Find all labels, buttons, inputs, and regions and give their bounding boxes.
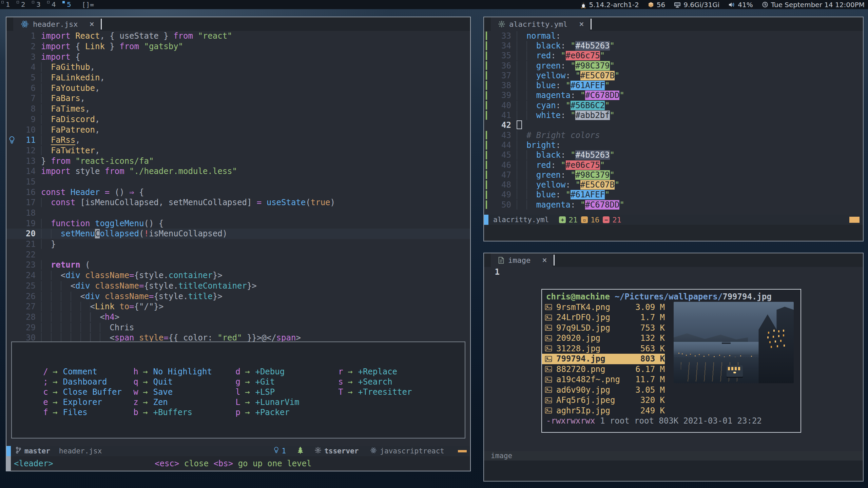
binding-label: +LSP [255,387,275,397]
close-icon[interactable]: × [542,255,547,265]
token: " [619,200,624,210]
code-text: FaGithub, [41,62,95,72]
image-file-icon [545,325,552,331]
code-line[interactable]: 39 magenta: "#C678DD" [484,91,863,100]
file-row[interactable]: AFq5r6j.jpeg320 K [542,395,665,406]
code-line[interactable]: 44 bright: [484,140,863,150]
token [100,188,104,197]
file-row[interactable]: 24LrDFQ.jpg1.7 M [542,312,665,323]
code-line[interactable]: 29 Chris [6,322,470,333]
arrow-icon: → [48,397,63,407]
kernel-status: 5.14.2-arch1-2 [580,1,639,9]
code-text: } from "react-icons/fa" [41,156,154,166]
code-line[interactable]: 38 blue: "#61AFEF" [484,80,863,90]
code-line[interactable]: 33 normal: [484,31,863,41]
close-icon[interactable]: × [579,19,584,29]
code-line[interactable]: 4 FaGithub, [6,62,470,73]
code-line[interactable]: 5 FaLinkedin, [6,73,470,83]
image-file-icon [545,366,552,372]
file-row[interactable]: 882720.png6.17 M [542,364,665,375]
code-line[interactable]: 41 white: "#abb2bf" [484,110,863,120]
code-line[interactable]: 16const Header = () ⇒ { [6,187,470,197]
code-line[interactable]: 37 yellow: "#E5C07B" [484,71,863,80]
token [41,198,51,207]
tab-image[interactable]: image × [491,253,553,267]
file-row[interactable]: 31228.jpg563 K [542,344,665,354]
scroll-indicator[interactable] [458,450,467,452]
file-row[interactable]: 97q9L5D.jpg753 K [542,323,665,333]
file-size: 3.09 M [625,302,665,312]
file-row[interactable]: a19c482f~.png11.7 M [542,374,665,385]
code-line[interactable]: 24 <div className={style.container}> [6,270,470,281]
git-branch: master [16,447,50,455]
right-statusline: alacritty.yml +21 ▫16 −21 [484,215,863,225]
layout-symbol[interactable]: []= [82,1,94,9]
code-line[interactable]: 48 yellow: "#E5C07B" [484,180,863,190]
color-chip: #61AFEF [571,81,605,90]
scroll-indicator[interactable] [849,217,860,223]
code-line[interactable]: 34 black: "#4b5263" [484,41,863,51]
code-line[interactable]: 11 FaRss, [6,135,470,145]
code-line[interactable]: 7 FaBars, [6,93,470,104]
gutter [6,249,18,260]
code-line[interactable]: 35 red: "#e06c75" [484,51,863,61]
workspace-5-active[interactable]: 5 [61,0,76,9]
tab-header-jsx[interactable]: header.jsx × [13,17,100,31]
file-row[interactable]: 20920.jpg132 K [542,333,665,344]
code-line[interactable]: 23 return ( [6,260,470,270]
code-line[interactable]: 20 setMenuCollapsed(!isMenuCollapsed) [6,229,470,239]
code-line[interactable]: 25 <div className={style.titleContainer}… [6,281,470,291]
lightbulb-icon[interactable] [8,136,16,147]
code-line[interactable]: 14import style from "./header.module.les… [6,166,470,177]
code-line[interactable]: 45 black: "#4b5263" [484,150,863,160]
code-line[interactable]: 36 green: "#98C379" [484,61,863,71]
code-line[interactable]: 43 # Bright colors [484,130,863,140]
code-line[interactable]: 12 FaTwitter, [6,145,470,156]
code-text: yellow: "#E5C07B" [517,71,619,80]
workspace-2[interactable]: 2 [15,0,31,9]
binding-label: Close Buffer [63,387,121,397]
which-key-binding--packer: p→+Packer [235,407,300,417]
close-icon[interactable]: × [89,19,94,29]
token: black [536,150,561,160]
code-line[interactable]: 27 <Link to={"/"}> [6,301,470,312]
file-row-selected[interactable]: 799794.jpg803 K [542,354,665,364]
code-line[interactable]: 50 magenta: "#C678DD" [484,200,863,210]
code-line[interactable]: 40 cyan: "#56B6C2" [484,100,863,110]
token: true [311,198,330,207]
git-sign-added [484,130,494,140]
code-line[interactable]: 42 [484,120,863,130]
code-line[interactable]: 47 green: "#98C379" [484,170,863,180]
which-key-binding--git: g→+Git [235,377,300,387]
workspace-4[interactable]: 4 [46,0,61,9]
code-line[interactable]: 46 red: "#e06c75" [484,160,863,170]
code-line[interactable]: 10 FaPatreon, [6,124,470,135]
file-row[interactable]: aghr5Ip.jpg249 K [542,406,665,416]
code-line[interactable]: 17 const [isMenuCollapsed, setMenuCollap… [6,197,470,208]
code-line[interactable]: 22 [6,249,470,260]
code-line[interactable]: 15 [6,177,470,187]
code-line[interactable]: 3import { [6,52,470,62]
code-line[interactable]: 6 FaYoutube, [6,83,470,93]
code-line[interactable]: 9 FaDiscord, [6,114,470,125]
code-line[interactable]: 8 FaTimes, [6,104,470,114]
workspace-3[interactable]: 3 [31,0,46,9]
code-line[interactable]: 2import { Link } from "gatsby" [6,41,470,52]
code-line[interactable]: 1import React, { useState } from "react" [6,31,470,41]
file-name: 31228.jpg [556,344,625,353]
token: green [536,61,561,71]
token: : [561,170,571,180]
code-line[interactable]: 28 <h4> [6,312,470,323]
code-line[interactable]: 21 } [6,239,470,250]
code-line[interactable]: 19 function toggleMenu() { [6,218,470,229]
code-line[interactable]: 49 blue: "#61AFEF" [484,190,863,200]
tab-alacritty-yml[interactable]: alacritty.yml × [491,17,590,31]
filetype: javascriptreact [370,447,444,455]
code-line[interactable]: 26 <div className={style.title}> [6,291,470,301]
file-row[interactable]: 9rsmTK4.png3.09 M [542,302,665,313]
line-number: 48 [494,180,511,190]
code-line[interactable]: 13} from "react-icons/fa" [6,156,470,166]
code-line[interactable]: 18 [6,208,470,218]
file-row[interactable]: ad6v90y.jpg3.05 M [542,385,665,395]
workspace-1[interactable]: 1 [0,0,15,9]
